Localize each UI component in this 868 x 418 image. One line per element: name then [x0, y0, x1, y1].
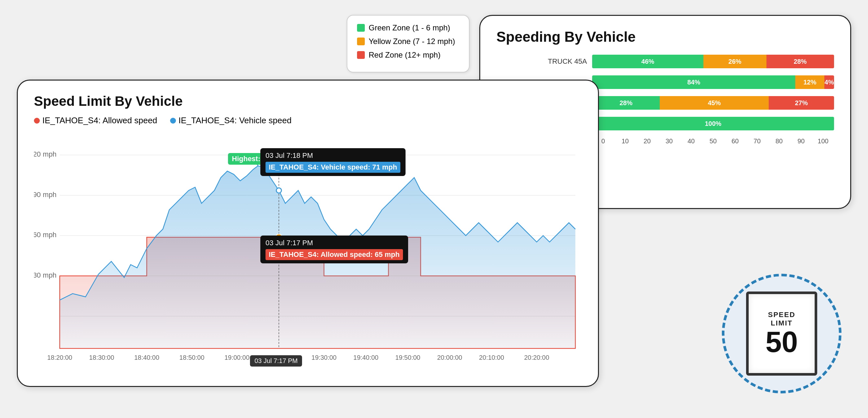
speed-chart-panel: Speed Limit By Vehicle IE_TAHOE_S4: Allo…	[17, 80, 599, 387]
x-axis-time-tooltip: 03 Jul 7:17 PM	[250, 355, 302, 366]
x-label-50: 50	[702, 138, 724, 145]
truck45a-label: TRUCK 45A	[496, 57, 587, 66]
green-zone-label: Green Zone (1 - 6 mph)	[369, 23, 450, 32]
x-label-20: 20	[636, 138, 658, 145]
svg-text:60 mph: 60 mph	[34, 231, 57, 239]
ht445-yellow: 45%	[660, 96, 769, 110]
x-label-60: 60	[724, 138, 746, 145]
highest-label: Highest: 101.0 mph	[228, 153, 301, 165]
ht432-green: 84%	[592, 76, 795, 89]
x-label-30: 30	[658, 138, 680, 145]
ht445-red: 27%	[769, 96, 834, 110]
speed-limit-line1: SPEED	[768, 310, 796, 319]
svg-text:120 mph: 120 mph	[34, 150, 57, 158]
svg-text:18:50:00: 18:50:00	[180, 354, 205, 361]
vehicle-speed-dot	[170, 118, 176, 124]
legend-row-green: Green Zone (1 - 6 mph)	[357, 23, 459, 32]
speed-sign: SPEED LIMIT 50	[746, 292, 817, 376]
svg-text:19:40:00: 19:40:00	[353, 354, 379, 361]
legend-allowed-speed: IE_TAHOE_S4: Allowed speed	[34, 116, 157, 125]
speed-sign-container: SPEED LIMIT 50	[722, 274, 845, 397]
ht445-bar: 28% 45% 27%	[592, 96, 834, 110]
svg-text:19:30:00: 19:30:00	[311, 354, 337, 361]
speeding-title: Speeding By Vehicle	[496, 29, 834, 45]
allowed-speed-dot	[34, 118, 40, 124]
main-container: Green Zone (1 - 6 mph) Yellow Zone (7 - …	[17, 15, 851, 403]
truck45a-bar: 46% 26% 28%	[592, 55, 834, 68]
svg-text:20:20:00: 20:20:00	[524, 354, 550, 361]
x-label-90: 90	[790, 138, 812, 145]
svg-text:18:40:00: 18:40:00	[134, 354, 159, 361]
vehicle-speed-label: IE_TAHOE_S4: Vehicle speed	[179, 116, 291, 125]
allowed-speed-label: IE_TAHOE_S4: Allowed speed	[42, 116, 157, 125]
legend-panel: Green Zone (1 - 6 mph) Yellow Zone (7 - …	[347, 15, 470, 72]
truck45a-red: 28%	[767, 55, 834, 68]
yellow-square-icon	[357, 37, 365, 45]
svg-point-12	[276, 234, 282, 240]
legend-row-red: Red Zone (12+ mph)	[357, 51, 459, 60]
ht432-red: 4%	[824, 76, 834, 89]
x-label-100: 100	[812, 138, 834, 145]
svg-text:19:00:00: 19:00:00	[224, 354, 250, 361]
legend-vehicle-speed: IE_TAHOE_S4: Vehicle speed	[170, 116, 291, 125]
ht432-bar: 84% 12% 4%	[592, 76, 834, 89]
ht445-green: 28%	[592, 96, 660, 110]
svg-text:18:20:00: 18:20:00	[47, 354, 72, 361]
x-label-70: 70	[746, 138, 768, 145]
x-label-80: 80	[768, 138, 790, 145]
x-axis-labels: 0 10 20 30 40 50 60 70 80 90 100	[592, 138, 834, 145]
speed-limit-number: 50	[766, 327, 798, 357]
ht432-yellow: 12%	[795, 76, 824, 89]
bar-row-truck45a: TRUCK 45A 46% 26% 28%	[496, 55, 834, 68]
chart-legend: IE_TAHOE_S4: Allowed speed IE_TAHOE_S4: …	[34, 116, 582, 125]
truck45a-green: 46%	[592, 55, 703, 68]
svg-text:30 mph: 30 mph	[34, 271, 57, 279]
green-square-icon	[357, 24, 365, 32]
truck609-bar: 100%	[592, 117, 834, 130]
legend-row-yellow: Yellow Zone (7 - 12 mph)	[357, 37, 459, 46]
red-zone-label: Red Zone (12+ mph)	[369, 51, 440, 60]
chart-area: 120 mph 90 mph 60 mph 30 mph	[34, 135, 582, 368]
truck609-green: 100%	[592, 117, 834, 130]
svg-text:90 mph: 90 mph	[34, 190, 57, 199]
red-square-icon	[357, 51, 365, 59]
chart-title: Speed Limit By Vehicle	[34, 93, 582, 109]
svg-text:18:30:00: 18:30:00	[89, 354, 115, 361]
svg-point-11	[276, 188, 281, 193]
svg-text:20:00:00: 20:00:00	[437, 354, 462, 361]
yellow-zone-label: Yellow Zone (7 - 12 mph)	[369, 37, 455, 46]
truck45a-yellow: 26%	[703, 55, 766, 68]
svg-text:20:10:00: 20:10:00	[479, 354, 504, 361]
svg-text:19:50:00: 19:50:00	[395, 354, 421, 361]
x-label-10: 10	[614, 138, 636, 145]
x-label-40: 40	[680, 138, 702, 145]
chart-svg: 120 mph 90 mph 60 mph 30 mph	[34, 135, 582, 368]
speed-sign-circle: SPEED LIMIT 50	[722, 274, 841, 393]
